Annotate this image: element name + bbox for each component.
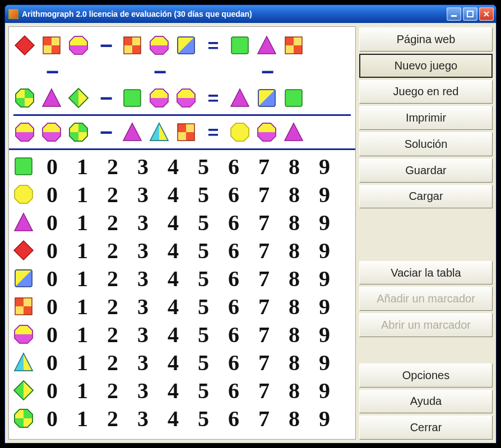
- digit-cell[interactable]: 5: [188, 237, 219, 264]
- digit-cell[interactable]: 6: [219, 293, 249, 320]
- nuevo-juego-button[interactable]: Nuevo juego: [359, 54, 493, 78]
- digit-cell[interactable]: 6: [219, 321, 249, 348]
- digit-cell[interactable]: 1: [67, 321, 98, 348]
- digit-cell[interactable]: 8: [279, 237, 309, 264]
- digit-cell[interactable]: 1: [67, 209, 98, 236]
- digit-cell[interactable]: 0: [37, 209, 67, 236]
- guardar-button[interactable]: Guardar: [359, 158, 493, 183]
- digit-cell[interactable]: 5: [188, 209, 219, 236]
- opciones-button[interactable]: Opciones: [359, 363, 493, 388]
- digit-cell[interactable]: 6: [219, 405, 249, 432]
- digit-cell[interactable]: 8: [279, 349, 309, 376]
- digit-cell[interactable]: 1: [67, 405, 98, 432]
- digit-cell[interactable]: 9: [309, 293, 340, 320]
- digit-cell[interactable]: 7: [249, 405, 279, 432]
- solucion-button[interactable]: Solución: [359, 132, 493, 156]
- digit-cell[interactable]: 2: [98, 377, 128, 404]
- digit-cell[interactable]: 4: [158, 265, 188, 292]
- digit-cell[interactable]: 9: [309, 405, 340, 432]
- digit-cell[interactable]: 7: [249, 237, 279, 264]
- digit-cell[interactable]: 7: [249, 209, 279, 236]
- digit-cell[interactable]: 2: [98, 321, 128, 348]
- digit-cell[interactable]: 5: [188, 293, 219, 320]
- digit-cell[interactable]: 4: [158, 293, 188, 320]
- digit-cell[interactable]: 8: [279, 265, 309, 292]
- digit-cell[interactable]: 1: [67, 153, 98, 180]
- digit-cell[interactable]: 8: [279, 405, 309, 432]
- digit-cell[interactable]: 0: [37, 405, 67, 432]
- digit-cell[interactable]: 5: [188, 153, 219, 180]
- digit-cell[interactable]: 1: [67, 293, 98, 320]
- digit-cell[interactable]: 7: [249, 377, 279, 404]
- digit-cell[interactable]: 1: [67, 237, 98, 264]
- digit-cell[interactable]: 2: [98, 237, 128, 264]
- digit-cell[interactable]: 3: [128, 153, 158, 180]
- digit-cell[interactable]: 3: [128, 293, 158, 320]
- digit-cell[interactable]: 3: [128, 181, 158, 208]
- vaciar-tabla-button[interactable]: Vaciar la tabla: [359, 261, 493, 285]
- digit-cell[interactable]: 7: [249, 265, 279, 292]
- digit-cell[interactable]: 3: [128, 405, 158, 432]
- digit-cell[interactable]: 9: [309, 377, 340, 404]
- digit-cell[interactable]: 3: [128, 209, 158, 236]
- digit-cell[interactable]: 0: [37, 237, 67, 264]
- juego-en-red-button[interactable]: Juego en red: [359, 80, 493, 104]
- digit-cell[interactable]: 4: [158, 377, 188, 404]
- digit-cell[interactable]: 0: [37, 265, 67, 292]
- digit-cell[interactable]: 6: [219, 377, 249, 404]
- digit-cell[interactable]: 8: [279, 209, 309, 236]
- digit-cell[interactable]: 2: [98, 405, 128, 432]
- digit-cell[interactable]: 0: [37, 181, 67, 208]
- digit-cell[interactable]: 1: [67, 265, 98, 292]
- digit-cell[interactable]: 7: [249, 321, 279, 348]
- digit-cell[interactable]: 2: [98, 349, 128, 376]
- digit-cell[interactable]: 4: [158, 321, 188, 348]
- digit-cell[interactable]: 9: [309, 209, 340, 236]
- digit-cell[interactable]: 9: [309, 237, 340, 264]
- digit-cell[interactable]: 4: [158, 349, 188, 376]
- digit-cell[interactable]: 7: [249, 349, 279, 376]
- cargar-button[interactable]: Cargar: [359, 185, 493, 209]
- digit-cell[interactable]: 9: [309, 153, 340, 180]
- digit-cell[interactable]: 5: [188, 405, 219, 432]
- digit-cell[interactable]: 8: [279, 153, 309, 180]
- digit-cell[interactable]: 1: [67, 377, 98, 404]
- digit-cell[interactable]: 5: [188, 377, 219, 404]
- digit-cell[interactable]: 6: [219, 349, 249, 376]
- maximize-button[interactable]: [463, 7, 477, 21]
- digit-cell[interactable]: 3: [128, 321, 158, 348]
- digit-cell[interactable]: 6: [219, 237, 249, 264]
- cerrar-button[interactable]: Cerrar: [359, 416, 493, 440]
- digit-cell[interactable]: 5: [188, 265, 219, 292]
- digit-cell[interactable]: 7: [249, 181, 279, 208]
- close-button[interactable]: [479, 7, 494, 21]
- digit-cell[interactable]: 6: [219, 181, 249, 208]
- digit-cell[interactable]: 0: [37, 377, 67, 404]
- digit-cell[interactable]: 4: [158, 209, 188, 236]
- digit-cell[interactable]: 7: [249, 293, 279, 320]
- digit-cell[interactable]: 4: [158, 181, 188, 208]
- digit-cell[interactable]: 1: [67, 181, 98, 208]
- digit-cell[interactable]: 0: [37, 293, 67, 320]
- digit-cell[interactable]: 0: [37, 349, 67, 376]
- digit-cell[interactable]: 3: [128, 237, 158, 264]
- digit-cell[interactable]: 4: [158, 405, 188, 432]
- digit-cell[interactable]: 2: [98, 265, 128, 292]
- digit-cell[interactable]: 6: [219, 209, 249, 236]
- digit-cell[interactable]: 8: [279, 377, 309, 404]
- digit-cell[interactable]: 4: [158, 237, 188, 264]
- digit-cell[interactable]: 7: [249, 153, 279, 180]
- ayuda-button[interactable]: Ayuda: [359, 390, 493, 414]
- imprimir-button[interactable]: Imprimir: [359, 106, 493, 130]
- digit-cell[interactable]: 6: [219, 265, 249, 292]
- digit-cell[interactable]: 0: [37, 153, 67, 180]
- digit-cell[interactable]: 3: [128, 349, 158, 376]
- digit-cell[interactable]: 9: [309, 181, 340, 208]
- digit-cell[interactable]: 8: [279, 181, 309, 208]
- digit-cell[interactable]: 1: [67, 349, 98, 376]
- digit-cell[interactable]: 2: [98, 209, 128, 236]
- digit-cell[interactable]: 5: [188, 321, 219, 348]
- digit-cell[interactable]: 4: [158, 153, 188, 180]
- digit-cell[interactable]: 5: [188, 349, 219, 376]
- minimize-button[interactable]: [447, 7, 461, 21]
